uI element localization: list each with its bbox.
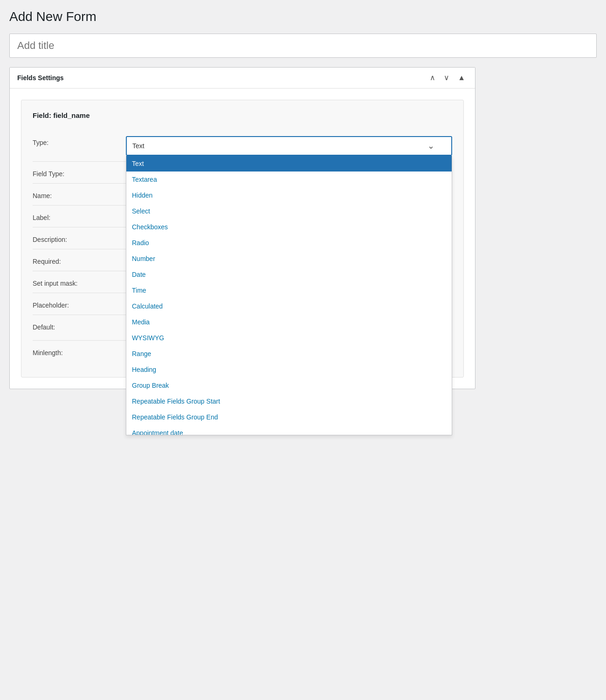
panel-header: Fields Settings ∧ ∨ ▲ (10, 68, 475, 89)
default-label: Default: (33, 321, 126, 331)
type-select-value: Text (132, 142, 145, 150)
dropdown-item[interactable]: Text (126, 156, 452, 172)
page-title: Add New Form (9, 9, 597, 24)
dropdown-item[interactable]: Number (126, 251, 452, 267)
field-card: Field: field_name Type: Text ⌄ TextTexta… (21, 100, 464, 377)
dropdown-item[interactable]: Hidden (126, 187, 452, 203)
placeholder-label: Placeholder: (33, 299, 126, 309)
required-label: Required: (33, 255, 126, 265)
panel-header-title: Fields Settings (17, 74, 64, 82)
dropdown-item[interactable]: Media (126, 314, 452, 330)
title-input[interactable] (10, 34, 596, 57)
panel-down-button[interactable]: ∨ (441, 73, 452, 82)
dropdown-item[interactable]: Calculated (126, 298, 452, 314)
dropdown-item[interactable]: Appointment date (126, 425, 452, 435)
type-control-wrap: Text ⌄ TextTextareaHiddenSelectCheckboxe… (126, 136, 452, 156)
panel-collapse-button[interactable]: ▲ (455, 73, 468, 82)
dropdown-item[interactable]: Heading (126, 362, 452, 377)
dropdown-item[interactable]: Time (126, 282, 452, 298)
dropdown-item[interactable]: Repeatable Fields Group Start (126, 393, 452, 409)
title-input-wrapper (9, 34, 597, 58)
panel-header-actions: ∧ ∨ ▲ (427, 73, 468, 82)
type-select-wrapper: Text ⌄ TextTextareaHiddenSelectCheckboxe… (126, 136, 452, 156)
type-dropdown-list: TextTextareaHiddenSelectCheckboxesRadioN… (126, 156, 452, 435)
type-select-display[interactable]: Text ⌄ (126, 136, 452, 156)
dropdown-item[interactable]: Group Break (126, 377, 452, 393)
type-row: Type: Text ⌄ TextTextareaHiddenSelectChe… (33, 130, 452, 162)
name-label: Name: (33, 189, 126, 199)
type-label: Type: (33, 136, 126, 146)
description-label: Description: (33, 233, 126, 243)
field-card-title: Field: field_name (33, 111, 452, 119)
minlength-label: Minlength: (33, 346, 126, 357)
label-label: Label: (33, 211, 126, 221)
dropdown-item[interactable]: Date (126, 267, 452, 282)
chevron-down-icon: ⌄ (427, 141, 434, 151)
dropdown-item[interactable]: Textarea (126, 172, 452, 187)
input-mask-label: Set input mask: (33, 277, 126, 287)
panel-up-button[interactable]: ∧ (427, 73, 438, 82)
dropdown-item[interactable]: Repeatable Fields Group End (126, 409, 452, 425)
dropdown-item[interactable]: WYSIWYG (126, 330, 452, 346)
dropdown-item[interactable]: Range (126, 346, 452, 362)
fields-settings-panel: Fields Settings ∧ ∨ ▲ Field: field_name … (9, 67, 475, 389)
dropdown-item[interactable]: Checkboxes (126, 219, 452, 235)
panel-body: Field: field_name Type: Text ⌄ TextTexta… (10, 89, 475, 389)
dropdown-item[interactable]: Select (126, 203, 452, 219)
dropdown-item[interactable]: Radio (126, 235, 452, 251)
field-type-label: Field Type: (33, 167, 126, 178)
